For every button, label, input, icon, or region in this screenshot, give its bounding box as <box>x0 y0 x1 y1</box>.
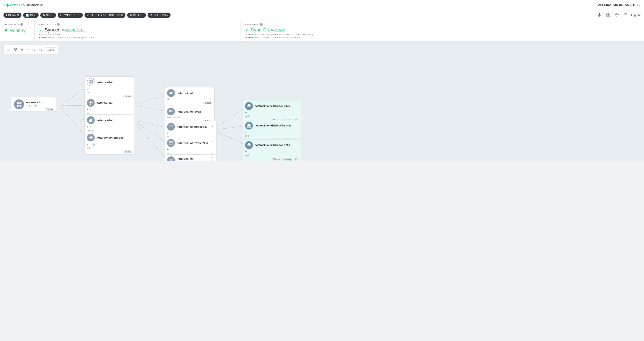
deploy-node-menu[interactable]: ⋮ <box>128 116 132 121</box>
pod3-node-count: 1/1 <box>293 158 299 161</box>
ns-node-menu[interactable]: ⋮ <box>128 78 132 83</box>
rs3-node[interactable]: notarock-lol-7dc79849bc ⋮ ♥ rs 2 days re… <box>165 154 217 161</box>
zoom-out-icon[interactable]: − <box>26 47 30 53</box>
rs3-node-menu[interactable]: ⋮ <box>210 156 214 161</box>
pod1-node-menu[interactable]: ⋮ <box>295 102 299 107</box>
root-node-menu[interactable]: ⋮ <box>49 99 53 104</box>
ingress-node[interactable]: notarock-lol-ingress ⋮ ♥ ✓ 🔗 ing 2 days <box>84 132 134 155</box>
ep-node[interactable]: notarock-lol ⋮ ep 2 days <box>165 87 214 106</box>
svg-point-0 <box>24 4 25 5</box>
sync-status-value: Synced <box>45 27 60 33</box>
last-sync-commit-link[interactable]: b9752f3 <box>274 29 285 32</box>
refresh-button[interactable]: ↺ REFRESH ▾ <box>148 13 170 18</box>
pod2-node-badges: ♥ <box>243 130 301 135</box>
svg-rect-12 <box>606 15 608 17</box>
history-button[interactable]: ⏱ HISTORY AND ROLLBACK <box>84 13 126 18</box>
toolbar-buttons: ℹ DETAILS 📄 DIFF ↻ SYNC ℹ SYNC STATUS ⏱ … <box>4 13 170 18</box>
last-sync-to: to b9752f3 <box>271 29 284 32</box>
zoom-out-button[interactable] <box>38 47 43 53</box>
sync-status-button[interactable]: ℹ SYNC STATUS <box>58 13 83 18</box>
sync-icon: ↻ <box>43 14 45 17</box>
ep-node-menu[interactable]: ⋮ <box>208 89 212 94</box>
svg-line-43 <box>136 106 165 111</box>
last-sync-content: LAST SYNC i ✓ Sync OK to b9752f3 Succeed… <box>245 23 313 39</box>
svg-line-7 <box>598 14 600 16</box>
canvas-area: + − 100% <box>0 42 644 161</box>
svc-node-badges: ♥ ✓ <box>85 108 134 112</box>
sync-author: Author: Roch D'Amour <roch.damour@gmail.… <box>39 36 95 39</box>
app-health-section: APP HEALTH i ♥ Healthy <box>0 21 35 42</box>
rs2-node-menu[interactable]: ⋮ <box>210 139 214 144</box>
svg-rect-5 <box>601 16 601 17</box>
delete-icon: ✕ <box>130 14 132 17</box>
zoom-fit-button[interactable] <box>31 47 36 53</box>
sync-status-info-icon[interactable]: i <box>57 23 60 26</box>
rs2-node-badges: ♥ <box>165 148 216 152</box>
zoom-in-icon[interactable]: + <box>20 47 24 53</box>
app-health-info-icon[interactable]: i <box>20 23 23 26</box>
pod2-node-header: notarock-lol-68fd9cd49-pwhtc ⋮ <box>243 120 301 130</box>
details-icon: ℹ <box>6 14 7 17</box>
root-node-name: notarock.lol <box>26 101 42 104</box>
pod3-node-status: running <box>282 158 292 161</box>
svg-rect-51 <box>20 102 22 104</box>
ingress-node-type: ing <box>85 147 134 150</box>
ingress-check-badge: ✓ <box>89 143 92 146</box>
ingress-node-menu[interactable]: ⋮ <box>128 134 132 138</box>
root-link-badge[interactable]: 🔗 <box>34 104 37 107</box>
sync-status-more-button[interactable]: ··· <box>233 23 236 27</box>
zoom-level[interactable]: 100% <box>45 48 56 52</box>
pod2-node-menu[interactable]: ⋮ <box>295 122 299 126</box>
svg-rect-2 <box>599 13 600 14</box>
svc-node-menu[interactable]: ⋮ <box>128 99 132 104</box>
card-layout-button[interactable] <box>13 47 18 53</box>
pod3-node[interactable]: notarock-lol-68fd9cd49-q7fkl ⋮ ♥ pod 7 h… <box>243 139 301 161</box>
diff-button[interactable]: 📄 DIFF <box>23 13 38 18</box>
pod2-node-name: notarock-lol-68fd9cd49-pwhtc <box>254 124 293 127</box>
deploy-node-icon <box>87 116 95 124</box>
last-sync-info-icon[interactable]: i <box>260 23 263 26</box>
sync-branch-link[interactable]: main (b9752f3) <box>66 29 84 32</box>
refresh-icon: ↺ <box>150 14 152 17</box>
ingress-link-badge[interactable]: 🔗 <box>92 143 95 146</box>
details-button[interactable]: ℹ DETAILS <box>4 13 22 18</box>
ingress-node-name: notarock-lol-ingress <box>96 136 126 139</box>
deploy-node-header: notarock-lol ⋮ <box>85 115 134 125</box>
svg-line-42 <box>136 96 165 104</box>
last-sync-more-button[interactable]: ··· <box>637 23 640 27</box>
ns-check-badge: ✓ <box>87 87 89 91</box>
last-sync-author: Author: Roch D'Amour <roch.damour@gmail.… <box>245 36 313 39</box>
grid-view-button[interactable] <box>605 12 611 19</box>
breadcrumb: Applications / notarock.lol <box>4 3 43 7</box>
rs1-node-menu[interactable]: ⋮ <box>210 123 214 128</box>
ns-node[interactable]: notarock-lol ⋮ ✓ ns 2 days <box>84 76 134 99</box>
pod3-node-name: notarock-lol-68fd9cd49-q7fkl <box>254 144 293 147</box>
list-layout-button[interactable] <box>6 47 11 53</box>
canvas-toolbar: + − 100% <box>4 45 58 55</box>
svg-rect-78 <box>169 159 173 161</box>
search-icon <box>23 4 26 7</box>
network-view-button[interactable] <box>614 12 620 19</box>
root-node-icon <box>14 99 24 109</box>
tree-view-button[interactable] <box>596 12 602 19</box>
rs2-heart-badge: ♥ <box>167 148 168 151</box>
svc-node-icon <box>87 99 95 107</box>
svg-point-58 <box>90 102 92 104</box>
root-check-badge: ✓ <box>31 104 33 107</box>
sync-button[interactable]: ↻ SYNC <box>40 13 56 18</box>
root-node[interactable]: notarock.lol ♥ ✓ 🔗 ⋮ 2 days <box>11 97 56 112</box>
ep-node-name: notarock-lol <box>176 92 206 95</box>
svg-point-17 <box>616 13 617 14</box>
svg-rect-11 <box>608 13 610 15</box>
logout-button[interactable]: Log out <box>631 14 640 17</box>
breadcrumb-apps-link[interactable]: Applications <box>4 3 20 7</box>
pod3-node-icon <box>245 141 253 149</box>
pod2-node-icon <box>245 122 253 130</box>
pod3-node-menu[interactable]: ⋮ <box>295 141 299 146</box>
current-app-name: notarock.lol <box>27 3 43 7</box>
sync-to-label: to main (b9752f3) <box>62 29 84 32</box>
header: Applications / notarock.lol APPLICATION … <box>0 0 644 10</box>
delete-button[interactable]: ✕ DELETE <box>127 13 146 18</box>
list-view-button[interactable] <box>622 12 628 19</box>
endpointslice-node-menu[interactable]: ⋮ <box>208 108 212 112</box>
